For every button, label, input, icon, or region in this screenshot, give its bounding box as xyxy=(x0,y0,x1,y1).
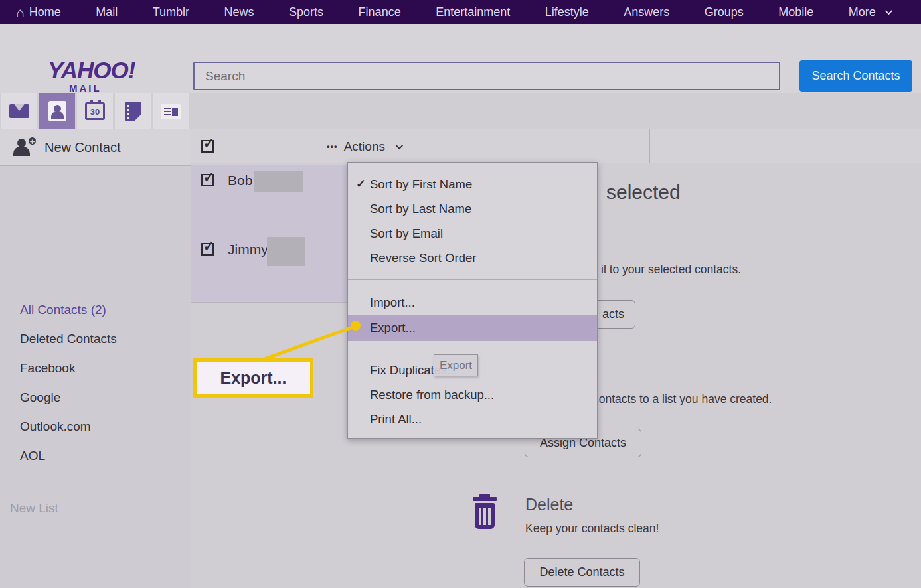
calendar-day-label: 30 xyxy=(90,106,100,118)
nav-finance[interactable]: Finance xyxy=(359,5,401,19)
contact-name: Bob xyxy=(228,173,252,188)
delete-section-title: Delete xyxy=(525,495,573,514)
chevron-down-icon xyxy=(396,141,403,149)
mail-icon xyxy=(9,104,29,118)
header: YAHOO! MAIL Search Contacts xyxy=(0,24,921,93)
export-drag-tooltip: Export xyxy=(434,354,478,376)
menu-item-import[interactable]: Import... xyxy=(348,290,597,315)
nav-groups[interactable]: Groups xyxy=(705,5,744,19)
nav-sports[interactable]: Sports xyxy=(289,5,323,19)
tab-mail[interactable] xyxy=(1,93,37,129)
add-contact-icon: + xyxy=(13,137,37,157)
delete-contacts-button[interactable]: Delete Contacts xyxy=(524,558,640,587)
menu-item-restore-backup[interactable]: Restore from backup... xyxy=(348,382,597,407)
nav-news[interactable]: News xyxy=(224,5,254,19)
ellipsis-icon: ••• xyxy=(327,141,338,151)
news-icon xyxy=(161,104,181,119)
contacts-icon xyxy=(48,101,66,121)
actions-dropdown-menu: ✓ Sort by First Name Sort by Last Name S… xyxy=(347,162,598,439)
new-contact-label: New Contact xyxy=(44,140,121,155)
check-icon: ✓ xyxy=(203,238,214,254)
yahoo-mail-contacts-screen: ⌂Home Mail Tumblr News Sports Finance En… xyxy=(0,0,921,588)
contact-checkbox[interactable]: ✓ xyxy=(201,243,214,256)
contact-checkbox[interactable]: ✓ xyxy=(201,174,214,186)
sidebar-item-all-contacts[interactable]: All Contacts (2) xyxy=(0,295,191,325)
menu-item-sort-email[interactable]: Sort by Email xyxy=(348,221,597,246)
actions-label: Actions xyxy=(344,139,385,154)
home-icon: ⌂ xyxy=(16,5,25,19)
nav-mobile[interactable]: Mobile xyxy=(778,5,813,19)
redacted-name-block xyxy=(267,237,305,266)
export-callout-box: Export... xyxy=(193,358,313,398)
actions-menu-button[interactable]: ••• Actions xyxy=(327,129,401,163)
nav-tumblr[interactable]: Tumblr xyxy=(153,5,189,19)
nav-home-label: Home xyxy=(29,5,61,19)
sidebar-item-facebook[interactable]: Facebook xyxy=(0,354,191,383)
callout-endpoint-dot xyxy=(351,321,361,331)
menu-item-sort-first-name[interactable]: ✓ Sort by First Name xyxy=(348,172,597,196)
menu-divider xyxy=(348,344,597,344)
email-description-fragment: il to your selected contacts. xyxy=(601,263,741,277)
sidebar-item-aol[interactable]: AOL xyxy=(0,441,191,471)
nav-more[interactable]: More xyxy=(849,5,890,19)
new-contact-button[interactable]: + New Contact xyxy=(0,129,191,166)
notepad-icon xyxy=(125,102,141,121)
menu-divider xyxy=(348,279,597,280)
assign-description-fragment: contacts to a list you have created. xyxy=(593,392,772,406)
search-contacts-button[interactable]: Search Contacts xyxy=(799,60,912,92)
contacts-toolbar: ✓ ••• Actions xyxy=(191,129,921,163)
selection-heading-fragment: selected xyxy=(606,181,681,204)
trash-icon xyxy=(471,494,498,532)
tab-notepad[interactable] xyxy=(115,93,151,129)
contact-name: Jimmy xyxy=(228,242,268,257)
toolbar-divider xyxy=(649,129,650,163)
contact-folder-list: All Contacts (2) Deleted Contacts Facebo… xyxy=(0,295,191,471)
logo-mail-text: MAIL xyxy=(69,82,135,94)
search-input[interactable] xyxy=(193,62,780,90)
check-icon: ✓ xyxy=(356,172,366,196)
nav-answers[interactable]: Answers xyxy=(624,5,669,19)
tab-contacts[interactable] xyxy=(39,93,75,129)
nav-home[interactable]: ⌂Home xyxy=(16,5,61,19)
sidebar: + New Contact All Contacts (2) Deleted C… xyxy=(0,129,191,588)
tab-calendar[interactable]: 30 xyxy=(77,93,113,129)
menu-item-reverse-sort[interactable]: Reverse Sort Order xyxy=(348,246,597,270)
callout-connector-line xyxy=(260,325,356,362)
sidebar-item-deleted-contacts[interactable]: Deleted Contacts xyxy=(0,325,191,354)
menu-item-sort-last-name[interactable]: Sort by Last Name xyxy=(348,196,597,221)
select-all-checkbox[interactable]: ✓ xyxy=(201,140,214,153)
nav-more-label: More xyxy=(849,5,876,19)
logo-yahoo-text: YAHOO! xyxy=(48,57,135,84)
tab-news[interactable] xyxy=(153,93,189,129)
menu-item-print-all[interactable]: Print All... xyxy=(348,407,597,431)
nav-mail[interactable]: Mail xyxy=(96,5,118,19)
menu-item-export[interactable]: Export... xyxy=(348,315,597,341)
menu-item-label: Sort by First Name xyxy=(370,177,472,191)
check-icon: ✓ xyxy=(203,135,214,151)
sidebar-item-outlook[interactable]: Outlook.com xyxy=(0,412,191,441)
redacted-name-block xyxy=(254,171,303,192)
nav-lifestyle[interactable]: Lifestyle xyxy=(545,5,589,19)
calendar-icon: 30 xyxy=(85,102,105,120)
nav-entertainment[interactable]: Entertainment xyxy=(436,5,510,19)
chevron-down-icon xyxy=(885,7,892,15)
top-navigation-bar: ⌂Home Mail Tumblr News Sports Finance En… xyxy=(0,0,921,24)
yahoo-mail-logo: YAHOO! MAIL xyxy=(48,57,135,94)
sidebar-item-google[interactable]: Google xyxy=(0,383,191,412)
delete-section-subtitle: Keep your contacts clean! xyxy=(525,522,659,536)
check-icon: ✓ xyxy=(203,169,214,185)
new-list-button[interactable]: New List xyxy=(10,501,58,516)
